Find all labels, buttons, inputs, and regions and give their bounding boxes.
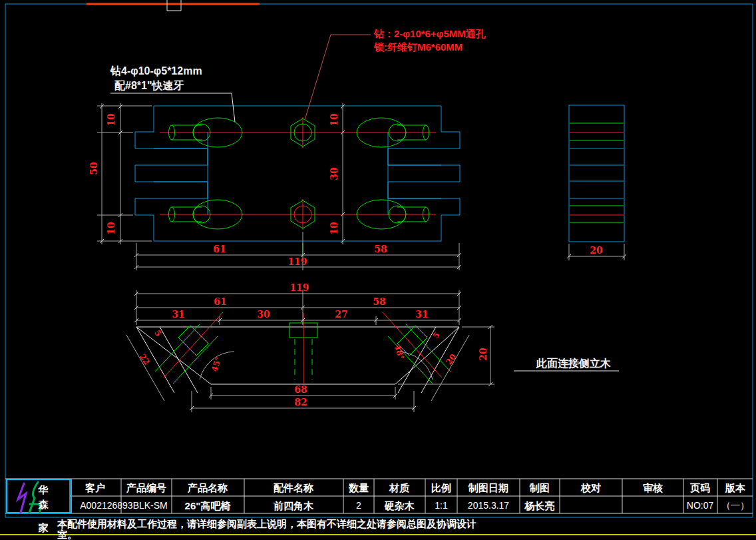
viewport-handle	[167, 0, 181, 11]
cad-workspace: 10 50 10 10 30 10 61 58 119 20 119 61	[0, 0, 756, 540]
value-product-code: A002126893BLK-SM	[80, 500, 168, 511]
col-material: 材质	[389, 482, 410, 493]
canvas-background	[0, 0, 756, 540]
face-note: 此面连接侧立木	[536, 358, 611, 369]
part-outline-front	[136, 327, 459, 384]
part-outline-side	[569, 105, 624, 242]
value-material: 硬杂木	[384, 500, 415, 511]
dim-top-mid-30: 30	[329, 167, 339, 180]
value-product-name: 26"高吧椅	[185, 500, 232, 511]
cad-canvas[interactable]: 10 50 10 10 30 10 61 58 119 20 119 61	[0, 0, 756, 540]
top-view	[135, 106, 460, 241]
dim-front-68: 68	[294, 384, 307, 395]
col-auditor: 审核	[643, 482, 663, 493]
logo-char-4-clipped	[37, 535, 45, 540]
dim-top-58: 58	[374, 244, 387, 254]
col-checker: 校对	[580, 482, 601, 493]
col-drafter: 制图	[529, 482, 550, 493]
title-block: 华 森 家 客户 产品编号 产品名称 配件名称 数量 材质 比例 制图日期 制图…	[5, 479, 753, 540]
dim-front-30: 30	[257, 309, 270, 320]
company-logo	[18, 482, 40, 513]
dim-front-82: 82	[294, 397, 307, 407]
dim-front-119: 119	[289, 282, 309, 293]
dim-top-left-10b: 10	[106, 222, 116, 235]
dim-front-27: 27	[335, 309, 347, 320]
dim-top-mid-10a: 10	[329, 113, 339, 127]
dim-top-mid-10b: 10	[329, 222, 339, 235]
dim-front-31a: 31	[172, 309, 184, 320]
dim-front-31b: 31	[415, 309, 428, 320]
drill-note-line2: 锁:纤维钉M6*60MM	[373, 41, 463, 53]
front-view	[136, 312, 459, 393]
dim-top-left-10a: 10	[106, 113, 116, 127]
col-scale: 比例	[431, 482, 451, 493]
dim-top-61: 61	[213, 244, 226, 254]
dim-top-left-50: 50	[89, 162, 99, 175]
value-scale: 1:1	[435, 500, 448, 511]
annotations: 钻：2-φ10*6+φ5MM通孔 锁:纤维钉M6*60MM 钻4-φ10-φ5*…	[110, 28, 619, 374]
logo-char-2: 森	[38, 499, 49, 510]
value-page: NO:07	[687, 500, 714, 511]
col-product-name: 产品名称	[187, 482, 228, 493]
dim-front-5b: 5	[431, 330, 442, 340]
dim-top-119: 119	[287, 256, 307, 267]
value-date: 2015.3.17	[468, 500, 509, 511]
value-quantity: 2	[356, 500, 361, 511]
part-outline-top	[135, 106, 460, 241]
col-part-name: 配件名称	[274, 482, 313, 493]
drill-note-line1: 钻：2-φ10*6+φ5MM通孔	[373, 28, 486, 39]
value-part-name: 前四角木	[273, 500, 314, 511]
note-line1: 本配件使用材料及工作过程，请详细参阅副表上说明，本图有不详细之处请参阅总图及协调…	[57, 518, 476, 529]
col-quantity: 数量	[348, 482, 369, 493]
dim-front-45deg: 45°	[210, 356, 222, 373]
hole-note-line1: 钻4-φ10-φ5*12mm	[110, 65, 202, 77]
logo-char-1: 华	[38, 484, 49, 495]
dim-front-22: 22	[138, 352, 152, 367]
side-view	[569, 105, 624, 242]
dim-front-48deg: 48°	[393, 344, 405, 361]
col-product-code: 产品编号	[126, 482, 166, 493]
col-customer: 客户	[85, 482, 105, 493]
value-drafter: 杨长亮	[524, 500, 555, 511]
dim-front-58: 58	[373, 296, 385, 307]
dim-front-61: 61	[214, 296, 226, 307]
value-version: （一）	[721, 500, 749, 511]
dim-side-20: 20	[590, 245, 603, 256]
hole-note-line2: 配#8*1"快速牙	[114, 80, 184, 91]
dim-front-5a: 5	[152, 328, 163, 338]
note-line2: 室。	[57, 529, 77, 540]
col-date: 制图日期	[468, 482, 508, 493]
dim-front-20v: 20	[478, 348, 488, 361]
logo-char-3: 家	[39, 522, 49, 533]
col-version: 版本	[725, 482, 746, 493]
dim-front-20s: 20	[444, 352, 458, 367]
col-page: 页码	[689, 482, 710, 493]
